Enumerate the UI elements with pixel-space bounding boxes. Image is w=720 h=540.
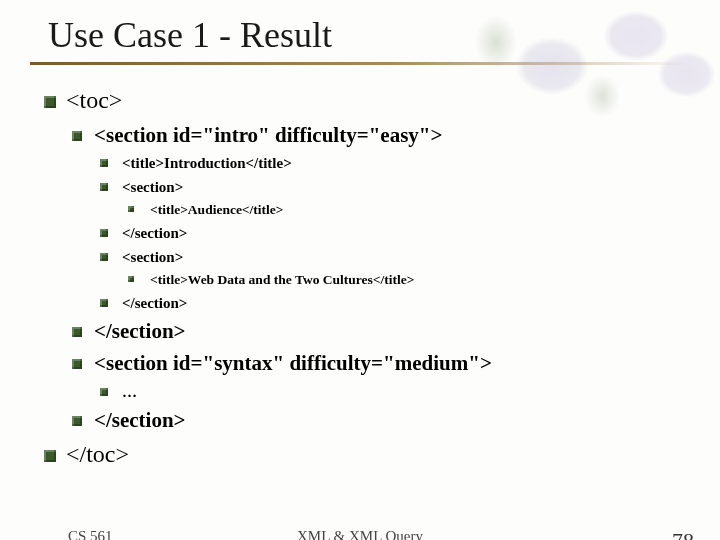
text-toc-open: <toc> — [66, 87, 122, 113]
bullet-toc-open: <toc> <section id="intro" difficulty="ea… — [38, 84, 720, 435]
text-title-intro: <title>Introduction</title> — [122, 155, 292, 171]
text-section-intro: <section id="intro" difficulty="easy"> — [94, 123, 442, 147]
text-section-syntax: <section id="syntax" difficulty="medium"… — [94, 351, 492, 375]
text-section-close-2: </section> — [122, 295, 187, 311]
bullet-section-close-syntax: </section> — [66, 406, 720, 435]
bullet-toc-close: </toc> — [38, 438, 720, 472]
bullet-section-open-1: <section> <title>Audience</title> — [94, 177, 720, 220]
slide-content: <toc> <section id="intro" difficulty="ea… — [0, 65, 720, 472]
bullet-ellipsis: … — [94, 382, 720, 403]
footer-left: CS 561 — [68, 528, 113, 540]
bullet-section-close-2: </section> — [94, 293, 720, 314]
slide-number: 78 — [672, 528, 694, 540]
bullet-section-open-2: <section> <title>Web Data and the Two Cu… — [94, 247, 720, 290]
text-section-open-2: <section> — [122, 249, 183, 265]
text-section-close-intro: </section> — [94, 319, 186, 343]
bullet-section-close-intro: </section> — [66, 317, 720, 346]
bullet-title-audience: <title>Audience</title> — [122, 201, 720, 220]
footer-center: XML & XML Query — [297, 528, 423, 540]
bullet-section-close-1: </section> — [94, 223, 720, 244]
text-ellipsis: … — [122, 384, 137, 400]
text-title-audience: <title>Audience</title> — [150, 202, 284, 217]
text-title-webdata: <title>Web Data and the Two Cultures</ti… — [150, 272, 414, 287]
bullet-section-syntax: <section id="syntax" difficulty="medium"… — [66, 349, 720, 402]
bullet-title-intro: <title>Introduction</title> — [94, 153, 720, 174]
text-section-close-syntax: </section> — [94, 408, 186, 432]
bullet-title-webdata: <title>Web Data and the Two Cultures</ti… — [122, 271, 720, 290]
slide-title: Use Case 1 - Result — [0, 0, 720, 62]
bullet-section-intro: <section id="intro" difficulty="easy"> <… — [66, 121, 720, 314]
text-section-open-1: <section> — [122, 179, 183, 195]
slide: Use Case 1 - Result <toc> <section id="i… — [0, 0, 720, 540]
text-toc-close: </toc> — [66, 441, 129, 467]
text-section-close-1: </section> — [122, 225, 187, 241]
